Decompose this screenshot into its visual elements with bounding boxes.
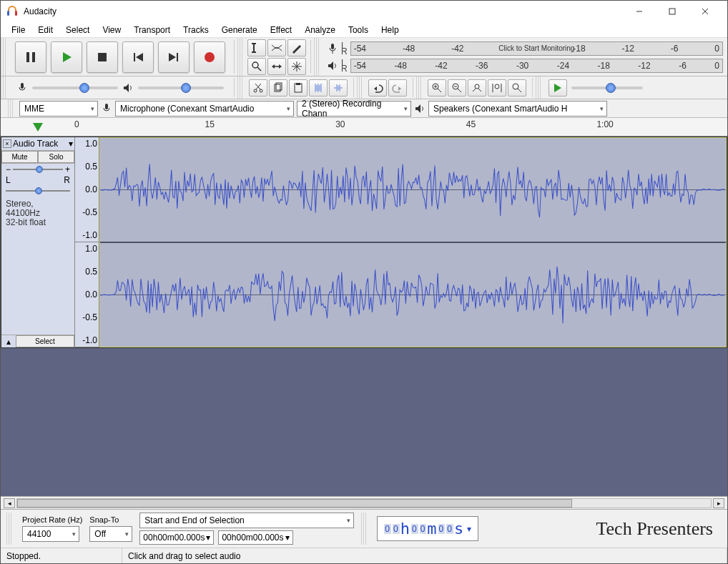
app-icon (6, 6, 18, 17)
svg-rect-16 (252, 43, 256, 44)
draw-tool-icon[interactable] (287, 39, 306, 56)
waveform-right-channel[interactable] (100, 243, 726, 347)
menu-view[interactable]: View (96, 23, 127, 37)
mute-button[interactable]: Mute (1, 151, 38, 163)
speaker-meter-icon[interactable] (327, 60, 338, 71)
track-control-panel: × Audio Track ▾ Mute Solo −+ LR Stereo, … (1, 137, 75, 347)
paste-icon[interactable] (289, 79, 308, 97)
timeline-ruler[interactable]: 01530451:001:15 (1, 118, 727, 137)
project-rate-label: Project Rate (Hz) (22, 515, 82, 524)
menu-tracks[interactable]: Tracks (177, 23, 215, 37)
zoom-in-icon[interactable] (428, 79, 446, 97)
recording-meter[interactable]: -54-48-42-18-12-60 Click to Start Monito… (350, 41, 723, 56)
menu-select[interactable]: Select (59, 23, 96, 37)
recording-volume-slider[interactable] (32, 86, 118, 89)
menu-effect[interactable]: Effect (264, 23, 298, 37)
scroll-left-icon[interactable]: ◂ (4, 498, 15, 508)
svg-marker-31 (124, 84, 129, 92)
skip-end-button[interactable] (158, 41, 190, 73)
copy-icon[interactable] (269, 79, 287, 97)
pause-button[interactable] (15, 41, 46, 73)
audio-position-timecode[interactable]: 00 h 00 m 00 s▾ (377, 516, 478, 541)
fit-project-icon[interactable] (488, 79, 506, 97)
snap-to-combo[interactable]: Off (89, 526, 132, 542)
svg-rect-0 (7, 11, 9, 16)
svg-line-58 (458, 89, 461, 92)
gain-slider[interactable]: −+ (1, 164, 74, 175)
close-button[interactable] (689, 1, 722, 22)
fit-selection-icon[interactable] (468, 79, 486, 97)
watermark-text: Tech Presenters (596, 518, 722, 540)
svg-rect-15 (253, 44, 255, 52)
skip-start-button[interactable] (122, 41, 154, 73)
selection-mode-combo[interactable]: Start and End of Selection (139, 513, 354, 528)
trim-icon[interactable] (309, 79, 328, 97)
multi-tool-icon[interactable] (287, 58, 306, 75)
selection-end-timecode[interactable]: 00h00m00.000s▾ (218, 530, 292, 545)
menu-generate[interactable]: Generate (215, 23, 264, 37)
menu-analyze[interactable]: Analyze (298, 23, 342, 37)
scroll-right-icon[interactable]: ▸ (713, 498, 724, 508)
silence-icon[interactable] (329, 79, 348, 97)
svg-line-19 (257, 67, 261, 71)
selection-tool-icon[interactable] (247, 39, 266, 56)
timeshift-tool-icon[interactable] (267, 58, 286, 75)
minimize-button[interactable] (623, 1, 656, 22)
rec-volume-icon (16, 82, 28, 94)
svg-rect-27 (331, 44, 334, 49)
svg-rect-3 (669, 9, 675, 14)
svg-rect-9 (98, 53, 107, 61)
svg-line-34 (256, 84, 261, 89)
stop-button[interactable] (87, 41, 118, 73)
playback-meter[interactable]: -54-48-42-36-30-24-18-12-60 (350, 59, 723, 73)
svg-point-62 (495, 84, 499, 89)
project-rate-combo[interactable]: 44100 (22, 526, 79, 542)
svg-marker-12 (169, 53, 176, 61)
playback-device-combo[interactable]: Speakers (Conexant SmartAudio H (428, 101, 607, 117)
envelope-tool-icon[interactable] (267, 39, 286, 56)
track-name[interactable]: Audio Track (13, 139, 67, 149)
collapse-icon[interactable]: ▴ (1, 337, 16, 347)
mic-device-icon (101, 103, 112, 114)
cut-icon[interactable] (249, 79, 267, 97)
titlebar: Audacity (1, 1, 727, 22)
redo-icon[interactable] (388, 79, 407, 97)
track-menu-icon[interactable]: ▾ (69, 139, 73, 149)
menu-tools[interactable]: Tools (342, 23, 375, 37)
waveform-left-channel[interactable] (100, 138, 726, 243)
svg-marker-21 (272, 64, 275, 69)
zoom-out-icon[interactable] (448, 79, 466, 97)
track-select-button[interactable]: Select (16, 335, 74, 347)
playback-volume-slider[interactable] (138, 86, 224, 89)
audio-host-combo[interactable]: MME (19, 101, 98, 117)
menu-edit[interactable]: Edit (31, 23, 59, 37)
svg-marker-69 (415, 104, 420, 113)
undo-icon[interactable] (368, 79, 387, 97)
svg-point-14 (205, 52, 215, 62)
zoom-toggle-icon[interactable] (508, 79, 526, 97)
waveform-display[interactable] (99, 137, 727, 347)
menu-transport[interactable]: Transport (127, 23, 177, 37)
solo-button[interactable]: Solo (38, 151, 74, 163)
selection-start-timecode[interactable]: 00h00m00.000s▾ (139, 530, 214, 545)
svg-rect-10 (134, 53, 135, 61)
maximize-button[interactable] (656, 1, 689, 22)
pan-slider[interactable] (1, 185, 74, 197)
mic-meter-icon[interactable] (327, 43, 338, 54)
menu-help[interactable]: Help (375, 23, 405, 37)
track-close-icon[interactable]: × (3, 139, 11, 148)
play-at-speed-icon[interactable] (549, 79, 567, 97)
meter-hint: Click to Start Monitoring (498, 44, 574, 52)
menu-file[interactable]: File (5, 23, 31, 37)
zoom-tool-icon[interactable] (247, 58, 266, 75)
horizontal-scrollbar[interactable]: ◂ ▸ (1, 496, 727, 509)
playhead-icon[interactable] (33, 123, 43, 132)
recording-channels-combo[interactable]: 2 (Stereo) Recording Chann (297, 101, 411, 117)
playback-speed-slider[interactable] (571, 86, 643, 89)
status-state: Stopped. (1, 548, 122, 563)
svg-line-60 (473, 89, 476, 91)
svg-marker-50 (374, 86, 377, 91)
recording-device-combo[interactable]: Microphone (Conexant SmartAudio (115, 101, 294, 117)
record-button[interactable] (194, 41, 225, 73)
play-button[interactable] (51, 41, 82, 73)
